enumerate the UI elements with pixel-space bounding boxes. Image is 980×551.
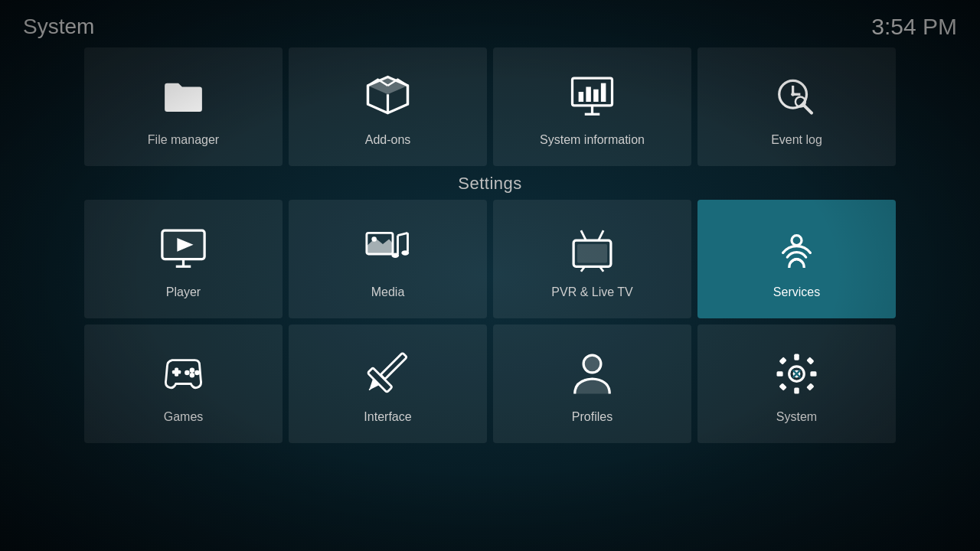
- profiles-label: Profiles: [572, 410, 612, 424]
- eventlog-icon: [770, 70, 824, 124]
- services-label: Services: [773, 285, 820, 299]
- tile-media[interactable]: Media: [289, 200, 487, 318]
- tile-system-settings[interactable]: System: [697, 324, 896, 443]
- svg-marker-24: [367, 238, 393, 254]
- services-icon: [770, 223, 824, 276]
- svg-point-37: [792, 236, 802, 246]
- tile-event-log[interactable]: Event log: [697, 47, 896, 166]
- games-label: Games: [164, 410, 204, 424]
- interface-label: Interface: [364, 410, 411, 424]
- player-icon: [157, 223, 211, 276]
- top-row: File manager Add-ons: [84, 47, 896, 166]
- folder-icon: [157, 70, 211, 124]
- add-ons-label: Add-ons: [365, 133, 411, 147]
- svg-line-46: [369, 387, 371, 390]
- tile-add-ons[interactable]: Add-ons: [289, 47, 487, 166]
- svg-rect-39: [175, 367, 178, 376]
- pvr-live-tv-label: PVR & Live TV: [551, 285, 632, 299]
- event-log-label: Event log: [771, 133, 822, 147]
- svg-rect-36: [577, 244, 607, 262]
- svg-point-49: [583, 355, 601, 373]
- games-icon: [157, 347, 211, 401]
- svg-point-42: [190, 373, 195, 378]
- svg-rect-57: [779, 383, 786, 390]
- page-title: System: [23, 15, 94, 39]
- svg-point-41: [194, 370, 200, 376]
- svg-point-30: [401, 250, 409, 256]
- player-label: Player: [166, 285, 201, 299]
- svg-rect-52: [794, 387, 799, 393]
- svg-rect-54: [810, 371, 816, 377]
- settings-row-2: Games Interface: [84, 324, 896, 443]
- media-label: Media: [371, 285, 405, 299]
- sysinfo-icon: [566, 70, 619, 124]
- svg-line-16: [804, 106, 812, 113]
- svg-rect-55: [779, 357, 786, 364]
- profiles-icon: [566, 347, 619, 401]
- svg-point-40: [190, 367, 195, 373]
- svg-point-29: [391, 253, 399, 258]
- settings-row-1: Player: [84, 200, 896, 318]
- svg-point-15: [791, 93, 795, 96]
- file-manager-label: File manager: [148, 133, 219, 147]
- settings-grid: Player: [84, 200, 896, 443]
- svg-rect-53: [777, 371, 783, 377]
- svg-rect-58: [806, 383, 814, 390]
- tile-interface[interactable]: Interface: [289, 324, 487, 443]
- svg-rect-9: [601, 83, 606, 102]
- svg-line-27: [398, 233, 408, 235]
- pvr-icon: [566, 223, 619, 276]
- svg-line-32: [581, 230, 586, 240]
- media-icon: [361, 223, 415, 276]
- tile-services[interactable]: Services: [697, 200, 896, 318]
- svg-point-25: [371, 236, 377, 242]
- svg-rect-56: [806, 357, 814, 364]
- svg-rect-47: [381, 353, 407, 379]
- settings-heading: Settings: [84, 174, 896, 194]
- clock: 3:54 PM: [871, 14, 957, 40]
- svg-point-43: [185, 370, 190, 376]
- interface-icon: [361, 347, 415, 401]
- tile-profiles[interactable]: Profiles: [493, 324, 691, 443]
- tile-system-information[interactable]: System information: [493, 47, 691, 166]
- svg-rect-7: [586, 87, 591, 103]
- system-settings-icon: [770, 347, 824, 401]
- tile-games[interactable]: Games: [84, 324, 283, 443]
- svg-line-33: [599, 230, 604, 240]
- system-information-label: System information: [540, 133, 645, 147]
- header: System 3:54 PM: [0, 0, 980, 47]
- svg-rect-51: [794, 354, 799, 360]
- svg-rect-8: [593, 90, 599, 102]
- tile-player[interactable]: Player: [84, 200, 283, 318]
- system-settings-label: System: [776, 410, 817, 424]
- svg-rect-5: [573, 78, 612, 106]
- svg-rect-6: [579, 92, 584, 102]
- addons-icon: [361, 70, 415, 124]
- tile-file-manager[interactable]: File manager: [84, 47, 283, 166]
- tile-pvr-live-tv[interactable]: PVR & Live TV: [493, 200, 691, 318]
- main-content: File manager Add-ons: [0, 47, 980, 443]
